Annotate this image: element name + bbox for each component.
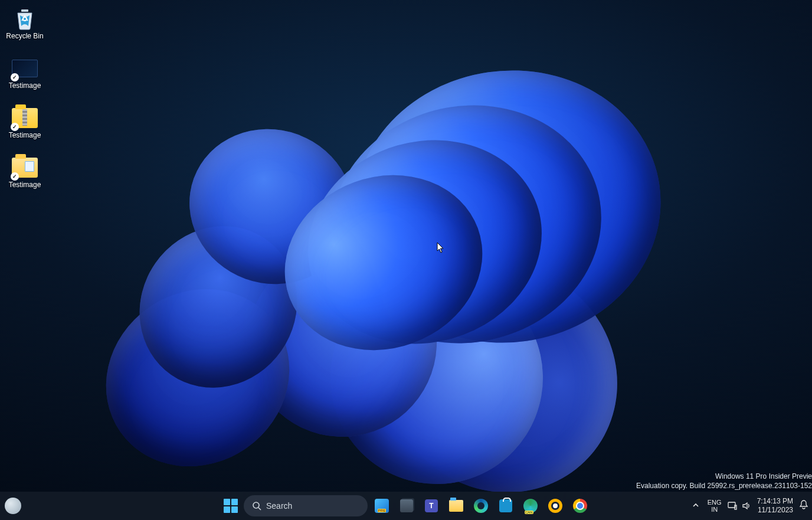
taskbar-app-edge[interactable] bbox=[470, 495, 492, 516]
task-view-icon bbox=[400, 499, 413, 512]
taskbar-app-task-view[interactable] bbox=[396, 495, 417, 516]
clock-date: 11/11/2023 bbox=[757, 506, 793, 515]
windows-watermark: Windows 11 Pro Insider Previe Evaluation… bbox=[636, 472, 812, 490]
svg-line-2 bbox=[258, 508, 261, 510]
sync-badge-icon bbox=[11, 172, 19, 181]
zip-folder-icon bbox=[12, 106, 38, 130]
mouse-cursor-icon bbox=[437, 242, 445, 254]
taskbar-app-chrome-canary[interactable] bbox=[545, 495, 566, 516]
desktop-icon-testimage-folder[interactable]: Testimage bbox=[2, 153, 47, 192]
sync-badge-icon bbox=[11, 123, 19, 131]
taskbar-clock[interactable]: 7:14:13 PM 11/11/2023 bbox=[757, 497, 793, 515]
svg-point-1 bbox=[253, 502, 259, 508]
tray-overflow-button[interactable] bbox=[690, 499, 702, 513]
taskbar-app-explorer-preview[interactable] bbox=[371, 495, 392, 516]
volume-icon bbox=[742, 502, 751, 510]
widgets-button[interactable] bbox=[5, 498, 21, 514]
chrome-icon bbox=[573, 499, 587, 513]
notifications-button[interactable] bbox=[799, 499, 808, 512]
desktop-icon-testimage-file[interactable]: Testimage bbox=[2, 54, 47, 93]
teams-icon: T bbox=[425, 499, 438, 512]
desktop-icon-label: Testimage bbox=[9, 81, 41, 90]
desktop-icon-label: Testimage bbox=[9, 131, 41, 139]
file-explorer-icon bbox=[449, 500, 463, 512]
taskbar-app-edge-canary[interactable] bbox=[520, 495, 541, 516]
edge-canary-icon bbox=[523, 499, 538, 513]
desktop-icon-label: Testimage bbox=[9, 181, 41, 189]
watermark-line1: Windows 11 Pro Insider Previe bbox=[636, 472, 812, 481]
explorer-preview-icon bbox=[375, 499, 389, 513]
search-placeholder: Search bbox=[266, 501, 292, 511]
taskbar-app-store[interactable] bbox=[495, 495, 516, 516]
taskbar-app-file-explorer[interactable] bbox=[446, 495, 467, 516]
network-icon bbox=[728, 502, 737, 510]
desktop-icons: Recycle Bin Testimage Testimage Testimag… bbox=[2, 5, 50, 203]
chevron-up-icon bbox=[692, 502, 699, 509]
taskbar: Search T ENG IN bbox=[0, 492, 812, 520]
search-icon bbox=[252, 501, 261, 511]
desktop-icon-label: Recycle Bin bbox=[6, 32, 43, 40]
language-bottom: IN bbox=[708, 506, 722, 513]
svg-rect-0 bbox=[21, 9, 28, 12]
taskbar-app-teams[interactable]: T bbox=[421, 495, 442, 516]
desktop-icon-recycle-bin[interactable]: Recycle Bin bbox=[2, 5, 47, 44]
clock-time: 7:14:13 PM bbox=[757, 497, 793, 506]
bell-icon bbox=[799, 499, 808, 510]
store-icon bbox=[499, 499, 512, 512]
folder-icon bbox=[12, 156, 38, 179]
wallpaper-bloom bbox=[106, 35, 696, 496]
watermark-line2: Evaluation copy. Build 25992.rs_prerelea… bbox=[636, 481, 812, 490]
start-button[interactable] bbox=[221, 496, 240, 515]
chrome-canary-icon bbox=[548, 499, 562, 513]
taskbar-search[interactable]: Search bbox=[244, 495, 368, 516]
language-indicator[interactable]: ENG IN bbox=[708, 499, 722, 513]
desktop-icon-testimage-zip[interactable]: Testimage bbox=[2, 104, 47, 143]
image-thumbnail-icon bbox=[12, 57, 38, 80]
edge-icon bbox=[474, 499, 488, 513]
language-top: ENG bbox=[708, 499, 722, 506]
system-tray[interactable] bbox=[728, 502, 751, 510]
taskbar-app-chrome[interactable] bbox=[569, 495, 591, 516]
svg-rect-3 bbox=[728, 502, 735, 508]
sync-badge-icon bbox=[11, 73, 19, 81]
recycle-bin-icon bbox=[12, 7, 38, 31]
